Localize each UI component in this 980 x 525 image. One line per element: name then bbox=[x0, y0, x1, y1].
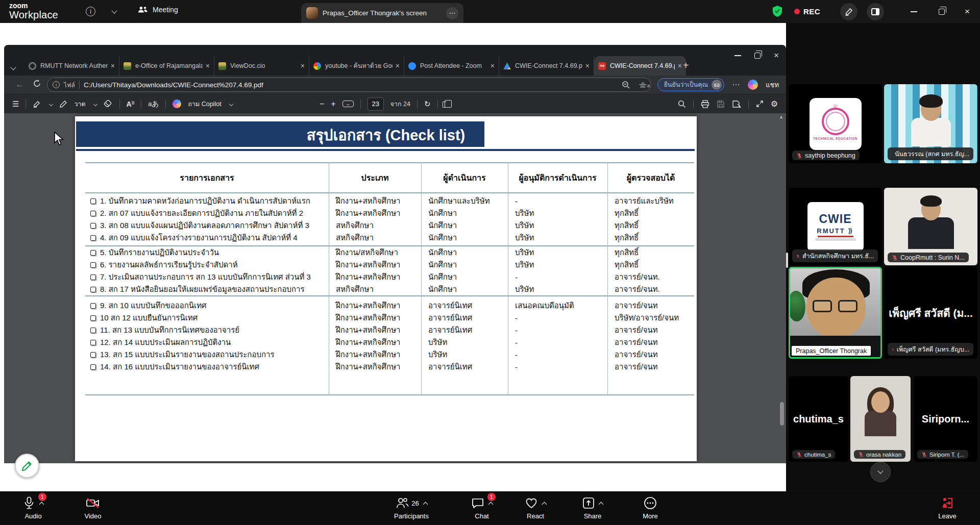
scroll-participants-down-button[interactable] bbox=[870, 462, 891, 482]
browser-tab[interactable]: e-Office of Rajamangala U × bbox=[119, 56, 214, 76]
video-tile-pensri[interactable]: เพ็ญศรี สวัสดี (ม... เพ็ญศรี สวัสดี (มทร… bbox=[884, 267, 977, 359]
more-options-icon[interactable]: ⋯ bbox=[446, 7, 458, 19]
settings-gear-icon[interactable]: ⚙ bbox=[771, 99, 778, 109]
draw-pen-icon[interactable] bbox=[59, 100, 67, 108]
fit-to-width-icon[interactable]: ↔ bbox=[342, 101, 354, 107]
zoom-out-button[interactable]: − bbox=[320, 99, 324, 109]
tab-close-icon[interactable]: × bbox=[206, 62, 210, 70]
checkbox-icon[interactable] bbox=[90, 340, 96, 345]
tab-close-icon[interactable]: × bbox=[396, 62, 400, 70]
page-number-input[interactable]: 23 bbox=[368, 97, 384, 111]
checkbox-icon[interactable] bbox=[90, 274, 96, 280]
favorites-bar-icon[interactable]: ☆≡ bbox=[640, 80, 650, 90]
browser-menu-icon[interactable]: ⋯ bbox=[732, 80, 740, 89]
highlighter-icon[interactable] bbox=[33, 100, 41, 108]
zoom-page-icon[interactable] bbox=[622, 81, 630, 89]
copilot-icon[interactable] bbox=[748, 80, 758, 90]
tab-close-icon[interactable]: × bbox=[585, 62, 590, 70]
tab-close-icon[interactable]: × bbox=[678, 62, 682, 70]
chevron-down-icon[interactable] bbox=[93, 102, 97, 106]
checkbox-icon[interactable] bbox=[90, 211, 96, 216]
table-of-contents-icon[interactable]: ☰ bbox=[12, 99, 19, 109]
url-text[interactable]: C:/Users/Thitaya/Downloads/CWIE-Connect%… bbox=[84, 81, 618, 89]
chevron-down-icon[interactable] bbox=[111, 8, 117, 13]
copilot-chat-label[interactable]: แชท bbox=[766, 80, 779, 90]
video-tile-cooprmutt[interactable]: CoopRmutt : Surin N... bbox=[884, 188, 977, 265]
browser-close-button[interactable]: × bbox=[774, 51, 779, 60]
read-aloud-icon[interactable]: A)) bbox=[127, 100, 134, 108]
checkbox-icon[interactable] bbox=[90, 250, 96, 256]
video-tile-cwie[interactable]: CWIE RMUTT ⟫ สำนักสหกิจศึกษา มทร.ธั... bbox=[789, 188, 882, 265]
chevron-down-icon[interactable] bbox=[229, 102, 233, 106]
share-button[interactable]: Share bbox=[559, 494, 626, 520]
video-tile-prapas-active-speaker[interactable]: Prapas_Officer Thongrak bbox=[789, 267, 882, 359]
browser-tab[interactable]: youtube - ค้นหาด้วย Goog × bbox=[309, 56, 404, 76]
participants-options-chevron[interactable] bbox=[423, 502, 428, 507]
restore-button[interactable] bbox=[932, 0, 952, 23]
browser-tab-active[interactable]: CWIE-Connect 7.4.69.pdf × bbox=[594, 56, 686, 76]
browser-tab[interactable]: CWIE-Connect 7.4.69.pdf × bbox=[499, 56, 594, 76]
participants-button[interactable]: 26 Participants bbox=[378, 494, 445, 520]
checkbox-icon[interactable] bbox=[90, 262, 96, 268]
minimize-button[interactable] bbox=[903, 0, 924, 23]
rotate-icon[interactable]: ↻ bbox=[424, 99, 431, 109]
audio-options-chevron[interactable] bbox=[39, 502, 44, 507]
pdf-scrollbar[interactable]: ▲ bbox=[779, 113, 785, 463]
react-options-chevron[interactable] bbox=[542, 502, 547, 507]
refresh-button[interactable] bbox=[33, 79, 41, 90]
browser-tab[interactable]: ViewDoc.cio × bbox=[214, 56, 309, 76]
checkbox-icon[interactable] bbox=[90, 235, 96, 241]
print-icon[interactable] bbox=[701, 100, 709, 108]
side-panel-button[interactable] bbox=[867, 3, 884, 20]
share-options-chevron[interactable] bbox=[599, 502, 604, 507]
video-tile-saythip[interactable]: ♕ TECHNICAL EDUCATION saythip beephung bbox=[789, 84, 882, 163]
checkbox-icon[interactable] bbox=[90, 315, 96, 321]
page-view-icon[interactable] bbox=[445, 100, 452, 108]
scrollbar-thumb[interactable] bbox=[780, 402, 784, 426]
annotate-button[interactable] bbox=[840, 3, 857, 20]
search-icon[interactable] bbox=[678, 100, 686, 108]
chat-options-chevron[interactable] bbox=[488, 502, 494, 507]
draw-floating-button[interactable] bbox=[15, 454, 39, 478]
scroll-up-icon[interactable]: ▲ bbox=[779, 114, 783, 119]
tab-close-icon[interactable]: × bbox=[301, 62, 305, 70]
checkbox-icon[interactable] bbox=[90, 303, 96, 309]
close-button[interactable]: × bbox=[957, 0, 977, 23]
video-tile-siriporn[interactable]: Siriporn... Siriporn T. (... bbox=[914, 376, 977, 462]
chevron-down-icon[interactable] bbox=[49, 102, 53, 106]
checkbox-icon[interactable] bbox=[90, 352, 96, 358]
video-tile-orasa[interactable]: orasa nakkan bbox=[850, 376, 911, 462]
verify-identity-button[interactable]: ยืนยันว่าเป็นคุณ ธอ bbox=[657, 78, 725, 91]
browser-tab[interactable]: Post Attendee - Zoom × bbox=[404, 56, 499, 76]
checkbox-icon[interactable] bbox=[90, 364, 96, 370]
url-field[interactable]: i ไฟล์ C:/Users/Thitaya/Downloads/CWIE-C… bbox=[47, 78, 651, 92]
new-tab-button[interactable]: + bbox=[683, 60, 689, 71]
checkbox-icon[interactable] bbox=[90, 198, 96, 204]
tab-meeting[interactable]: Meeting bbox=[138, 6, 178, 14]
translate-icon[interactable]: aあ bbox=[148, 99, 159, 109]
video-tile-nantawan[interactable]: นันธวรรณ (สกศ มทร.ธัญ... bbox=[884, 84, 977, 163]
checkbox-icon[interactable] bbox=[90, 287, 96, 292]
save-as-icon[interactable] bbox=[732, 100, 741, 108]
ask-copilot-label[interactable]: ถาม Copilot bbox=[188, 99, 221, 109]
tab-close-icon[interactable]: × bbox=[111, 62, 115, 70]
tab-shared-screen[interactable]: Prapas_Officer Thongrak's screen ⋯ bbox=[301, 3, 463, 23]
eraser-icon[interactable] bbox=[104, 100, 113, 108]
fullscreen-icon[interactable] bbox=[756, 100, 764, 108]
checkbox-icon[interactable] bbox=[90, 328, 96, 333]
page-info-icon[interactable]: i bbox=[53, 81, 60, 88]
react-button[interactable]: React bbox=[502, 494, 569, 520]
draw-label[interactable]: วาด bbox=[74, 99, 85, 109]
audio-button[interactable]: 1 Audio bbox=[0, 494, 66, 520]
browser-minimize-button[interactable] bbox=[734, 55, 741, 56]
info-icon[interactable]: i bbox=[86, 7, 95, 16]
checkbox-icon[interactable] bbox=[90, 223, 96, 229]
browser-tab[interactable]: RMUTT Network Authent × bbox=[24, 56, 119, 76]
browser-restore-button[interactable] bbox=[754, 53, 761, 59]
back-button[interactable]: ← bbox=[15, 80, 24, 90]
copilot-icon[interactable] bbox=[173, 99, 181, 108]
more-button[interactable]: More bbox=[617, 494, 683, 520]
tab-close-icon[interactable]: × bbox=[491, 62, 495, 70]
zoom-in-button[interactable]: + bbox=[331, 99, 335, 109]
video-tile-chutima[interactable]: chutima_s chutima_s bbox=[789, 376, 848, 462]
